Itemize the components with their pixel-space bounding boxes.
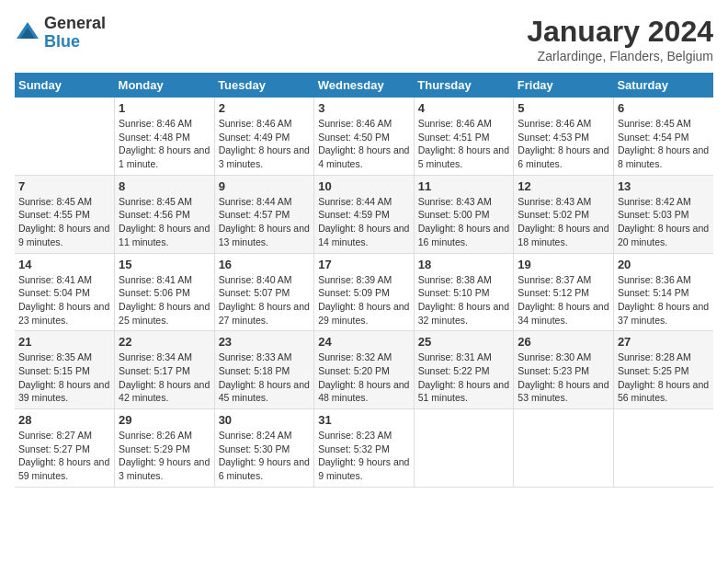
day-number: 28	[18, 413, 110, 427]
day-number: 2	[219, 101, 311, 115]
calendar-cell	[613, 409, 713, 488]
calendar-cell: 23Sunrise: 8:33 AM Sunset: 5:18 PM Dayli…	[214, 331, 314, 409]
day-info: Sunrise: 8:35 AM Sunset: 5:15 PM Dayligh…	[18, 350, 110, 405]
calendar-cell: 11Sunrise: 8:43 AM Sunset: 5:00 PM Dayli…	[414, 175, 514, 253]
calendar-body: 1Sunrise: 8:46 AM Sunset: 4:48 PM Daylig…	[15, 98, 713, 487]
day-number: 4	[418, 101, 510, 115]
day-info: Sunrise: 8:26 AM Sunset: 5:29 PM Dayligh…	[119, 429, 210, 483]
day-number: 22	[119, 335, 210, 349]
col-header-monday: Monday	[115, 73, 215, 98]
day-number: 24	[318, 335, 410, 349]
col-header-saturday: Saturday	[613, 73, 713, 98]
header-row: SundayMondayTuesdayWednesdayThursdayFrid…	[15, 73, 713, 98]
day-number: 13	[618, 179, 710, 193]
calendar-cell: 2Sunrise: 8:46 AM Sunset: 4:49 PM Daylig…	[214, 98, 314, 175]
calendar-week-4: 21Sunrise: 8:35 AM Sunset: 5:15 PM Dayli…	[15, 331, 713, 409]
day-info: Sunrise: 8:39 AM Sunset: 5:09 PM Dayligh…	[318, 273, 410, 327]
day-number: 18	[418, 258, 510, 271]
calendar-cell: 26Sunrise: 8:30 AM Sunset: 5:23 PM Dayli…	[514, 331, 614, 409]
calendar-cell	[514, 409, 614, 488]
calendar-cell	[414, 409, 514, 488]
day-info: Sunrise: 8:41 AM Sunset: 5:06 PM Dayligh…	[119, 273, 210, 327]
calendar-cell: 9Sunrise: 8:44 AM Sunset: 4:57 PM Daylig…	[214, 175, 314, 253]
title-section: January 2024 Zarlardinge, Flanders, Belg…	[527, 15, 713, 63]
day-number: 25	[418, 335, 510, 349]
calendar-cell: 20Sunrise: 8:36 AM Sunset: 5:14 PM Dayli…	[613, 253, 713, 331]
day-info: Sunrise: 8:38 AM Sunset: 5:10 PM Dayligh…	[418, 273, 510, 327]
calendar-cell: 6Sunrise: 8:45 AM Sunset: 4:54 PM Daylig…	[613, 98, 713, 175]
day-number: 8	[119, 179, 210, 193]
col-header-tuesday: Tuesday	[214, 73, 314, 98]
day-info: Sunrise: 8:46 AM Sunset: 4:53 PM Dayligh…	[518, 117, 609, 171]
day-number: 21	[18, 335, 110, 349]
day-number: 11	[418, 179, 510, 193]
day-number: 15	[119, 258, 210, 271]
col-header-sunday: Sunday	[15, 73, 115, 98]
calendar-cell: 14Sunrise: 8:41 AM Sunset: 5:04 PM Dayli…	[15, 253, 115, 331]
calendar-header: SundayMondayTuesdayWednesdayThursdayFrid…	[15, 73, 713, 98]
calendar-cell: 25Sunrise: 8:31 AM Sunset: 5:22 PM Dayli…	[414, 331, 514, 409]
calendar-cell: 13Sunrise: 8:42 AM Sunset: 5:03 PM Dayli…	[613, 175, 713, 253]
day-number: 10	[318, 179, 410, 193]
day-number: 31	[318, 413, 410, 427]
logo: General Blue	[15, 15, 106, 52]
logo-text: General Blue	[44, 15, 106, 52]
calendar-week-5: 28Sunrise: 8:27 AM Sunset: 5:27 PM Dayli…	[15, 409, 713, 488]
calendar-cell: 4Sunrise: 8:46 AM Sunset: 4:51 PM Daylig…	[414, 98, 514, 175]
calendar-cell: 28Sunrise: 8:27 AM Sunset: 5:27 PM Dayli…	[15, 409, 115, 488]
col-header-wednesday: Wednesday	[314, 73, 415, 98]
calendar-cell: 3Sunrise: 8:46 AM Sunset: 4:50 PM Daylig…	[314, 98, 415, 175]
page-header: General Blue January 2024 Zarlardinge, F…	[15, 15, 713, 63]
day-info: Sunrise: 8:46 AM Sunset: 4:51 PM Dayligh…	[418, 117, 510, 171]
day-number: 5	[518, 101, 609, 115]
calendar-cell	[15, 98, 115, 175]
day-info: Sunrise: 8:43 AM Sunset: 5:02 PM Dayligh…	[518, 195, 609, 249]
calendar-cell: 18Sunrise: 8:38 AM Sunset: 5:10 PM Dayli…	[414, 253, 514, 331]
calendar-cell: 31Sunrise: 8:23 AM Sunset: 5:32 PM Dayli…	[314, 409, 415, 488]
day-info: Sunrise: 8:41 AM Sunset: 5:04 PM Dayligh…	[18, 273, 110, 327]
day-info: Sunrise: 8:44 AM Sunset: 4:59 PM Dayligh…	[318, 195, 410, 249]
day-info: Sunrise: 8:46 AM Sunset: 4:48 PM Dayligh…	[119, 117, 210, 171]
calendar-cell: 21Sunrise: 8:35 AM Sunset: 5:15 PM Dayli…	[15, 331, 115, 409]
calendar-cell: 15Sunrise: 8:41 AM Sunset: 5:06 PM Dayli…	[115, 253, 215, 331]
calendar-cell: 5Sunrise: 8:46 AM Sunset: 4:53 PM Daylig…	[514, 98, 614, 175]
calendar-cell: 12Sunrise: 8:43 AM Sunset: 5:02 PM Dayli…	[514, 175, 614, 253]
calendar-cell: 27Sunrise: 8:28 AM Sunset: 5:25 PM Dayli…	[613, 331, 713, 409]
calendar-cell: 1Sunrise: 8:46 AM Sunset: 4:48 PM Daylig…	[115, 98, 215, 175]
day-info: Sunrise: 8:45 AM Sunset: 4:56 PM Dayligh…	[119, 195, 210, 249]
calendar-cell: 7Sunrise: 8:45 AM Sunset: 4:55 PM Daylig…	[15, 175, 115, 253]
calendar-cell: 22Sunrise: 8:34 AM Sunset: 5:17 PM Dayli…	[115, 331, 215, 409]
day-info: Sunrise: 8:45 AM Sunset: 4:55 PM Dayligh…	[18, 195, 110, 249]
day-info: Sunrise: 8:46 AM Sunset: 4:49 PM Dayligh…	[219, 117, 311, 171]
day-number: 29	[119, 413, 210, 427]
day-info: Sunrise: 8:33 AM Sunset: 5:18 PM Dayligh…	[219, 350, 311, 405]
day-info: Sunrise: 8:37 AM Sunset: 5:12 PM Dayligh…	[518, 273, 609, 327]
day-number: 12	[518, 179, 609, 193]
day-info: Sunrise: 8:27 AM Sunset: 5:27 PM Dayligh…	[18, 429, 110, 483]
day-number: 3	[318, 101, 410, 115]
logo-line1: General	[44, 15, 106, 33]
day-number: 26	[518, 335, 609, 349]
calendar-table: SundayMondayTuesdayWednesdayThursdayFrid…	[15, 73, 713, 488]
day-number: 14	[18, 258, 110, 271]
day-number: 1	[119, 101, 210, 115]
day-number: 6	[618, 101, 710, 115]
calendar-cell: 30Sunrise: 8:24 AM Sunset: 5:30 PM Dayli…	[214, 409, 314, 488]
col-header-thursday: Thursday	[414, 73, 514, 98]
calendar-cell: 17Sunrise: 8:39 AM Sunset: 5:09 PM Dayli…	[314, 253, 415, 331]
day-number: 30	[219, 413, 311, 427]
day-info: Sunrise: 8:45 AM Sunset: 4:54 PM Dayligh…	[618, 117, 710, 171]
calendar-cell: 29Sunrise: 8:26 AM Sunset: 5:29 PM Dayli…	[115, 409, 215, 488]
day-info: Sunrise: 8:34 AM Sunset: 5:17 PM Dayligh…	[119, 350, 210, 405]
subtitle: Zarlardinge, Flanders, Belgium	[527, 49, 713, 63]
day-info: Sunrise: 8:24 AM Sunset: 5:30 PM Dayligh…	[219, 429, 311, 483]
day-number: 16	[219, 258, 311, 271]
logo-line2: Blue	[44, 33, 106, 52]
day-info: Sunrise: 8:40 AM Sunset: 5:07 PM Dayligh…	[219, 273, 311, 327]
day-info: Sunrise: 8:43 AM Sunset: 5:00 PM Dayligh…	[418, 195, 510, 249]
day-info: Sunrise: 8:31 AM Sunset: 5:22 PM Dayligh…	[418, 350, 510, 405]
col-header-friday: Friday	[514, 73, 614, 98]
day-number: 20	[618, 258, 710, 271]
calendar-cell: 19Sunrise: 8:37 AM Sunset: 5:12 PM Dayli…	[514, 253, 614, 331]
calendar-cell: 8Sunrise: 8:45 AM Sunset: 4:56 PM Daylig…	[115, 175, 215, 253]
